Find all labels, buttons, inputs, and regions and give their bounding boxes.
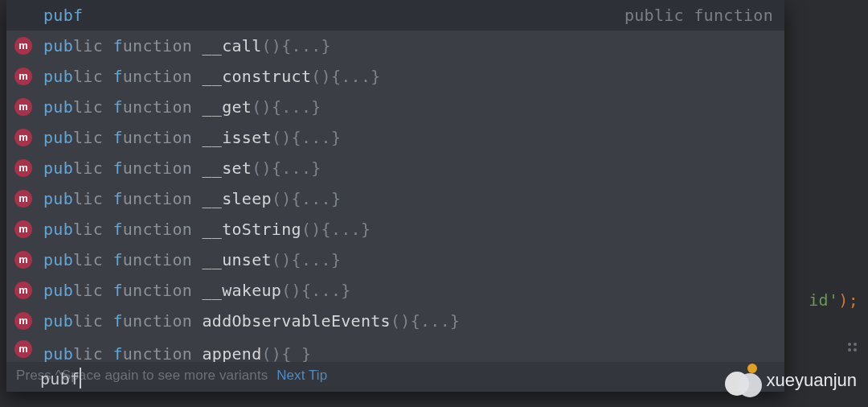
more-handle-icon[interactable]	[848, 343, 857, 352]
code-token-string: id'	[809, 290, 838, 310]
autocomplete-suggestion-row[interactable]: mpublic function __wakeup(){...}	[6, 275, 784, 306]
code-token-semicolon: ;	[849, 290, 858, 310]
suggestion-text: public function addObservableEvents(){..…	[43, 307, 773, 335]
suggestion-text: public function __isset(){...}	[43, 124, 773, 151]
method-icon: m	[14, 37, 32, 55]
method-icon: m	[14, 190, 32, 208]
autocomplete-suggestion-row[interactable]: mpublic function __construct(){...}	[6, 61, 784, 92]
suggestion-text: public function __unset(){...}	[43, 246, 773, 273]
suggestion-text: public function __construct(){...}	[43, 63, 773, 90]
watermark-text: xueyuanjun	[766, 365, 857, 395]
autocomplete-suggestion-row[interactable]: mpublic function __call(){...}	[6, 31, 784, 61]
method-icon: m	[14, 159, 32, 177]
autocomplete-hint: public function	[624, 2, 773, 29]
autocomplete-suggestion-row[interactable]: mpublic function __unset(){...}	[6, 245, 784, 275]
autocomplete-suggestion-row[interactable]: mpublic function __isset(){...}	[6, 122, 784, 153]
method-icon: m	[14, 312, 32, 330]
autocomplete-header-row[interactable]: pubf public function	[6, 0, 784, 31]
method-icon: m	[14, 220, 32, 238]
method-icon: m	[14, 340, 32, 358]
tip-next-link[interactable]: Next Tip	[276, 368, 327, 383]
suggestion-text: public function __wakeup(){...}	[43, 277, 773, 304]
wechat-icon	[725, 364, 765, 397]
autocomplete-suggestion-row[interactable]: mpublic function __set(){...}	[6, 153, 784, 183]
autocomplete-suggestion-row[interactable]: mpublic function __get(){...}	[6, 92, 784, 122]
editor-typed-text: pubf	[40, 369, 80, 388]
suggestion-text: public function __get(){...}	[43, 93, 773, 121]
code-token-paren: )	[838, 290, 848, 310]
method-icon: m	[14, 251, 32, 269]
method-icon: m	[14, 129, 32, 146]
query-highlight: pubf	[43, 6, 83, 25]
autocomplete-suggestion-partial[interactable]: m public function append(){ }	[6, 336, 784, 362]
suggestion-text: public function __toString(){...}	[43, 216, 773, 243]
watermark: xueyuanjun	[725, 364, 857, 397]
autocomplete-suggestion-row[interactable]: mpublic function addObservableEvents(){.…	[6, 306, 784, 336]
method-icon: m	[14, 98, 32, 116]
suggestion-text: public function __set(){...}	[43, 154, 773, 182]
suggestion-text: public function __sleep(){...}	[43, 185, 773, 212]
autocomplete-suggestion-row[interactable]: mpublic function __sleep(){...}	[6, 183, 784, 214]
editor-input-line[interactable]: pubf	[40, 365, 81, 393]
autocomplete-popup[interactable]: pubf public function mpublic function __…	[6, 0, 784, 392]
autocomplete-query-text: pubf	[43, 2, 624, 29]
editor-background-code: id');	[809, 286, 858, 314]
method-icon: m	[14, 68, 32, 85]
autocomplete-suggestion-row[interactable]: mpublic function __toString(){...}	[6, 214, 784, 245]
suggestion-text: public function append(){ }	[43, 340, 773, 362]
autocomplete-tip-bar: Press ^Space again to see more variants …	[6, 362, 784, 392]
text-caret	[80, 368, 81, 388]
method-icon: m	[14, 282, 32, 299]
suggestion-text: public function __call(){...}	[43, 32, 773, 60]
